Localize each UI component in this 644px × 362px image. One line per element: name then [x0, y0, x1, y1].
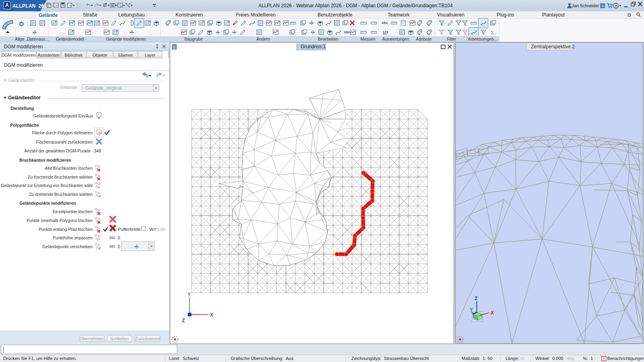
svg-text:X: X	[491, 310, 494, 316]
svg-text:Y: Y	[188, 292, 191, 297]
svg-text:Z: Z	[475, 296, 477, 301]
svg-text:?: ?	[615, 4, 617, 8]
svg-text:X: X	[210, 312, 213, 318]
svg-text:Z: Z	[182, 318, 185, 323]
svg-text:Y: Y	[470, 307, 473, 313]
svg-text:2: 2	[120, 4, 122, 7]
